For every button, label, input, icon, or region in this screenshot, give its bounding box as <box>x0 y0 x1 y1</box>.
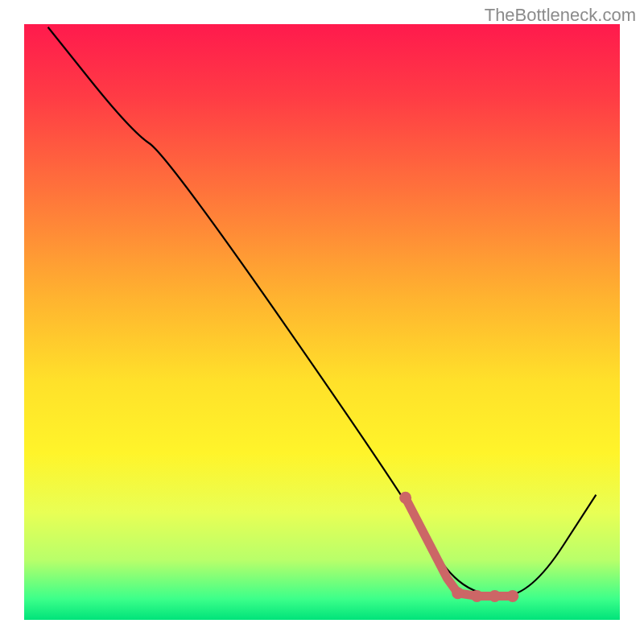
chart-container: TheBottleneck.com <box>0 0 644 644</box>
highlight-dot <box>489 590 501 602</box>
plot-background <box>24 24 620 620</box>
highlight-dot <box>471 590 483 602</box>
bottleneck-chart <box>0 0 644 644</box>
highlight-dot <box>399 492 411 504</box>
highlight-dot <box>452 587 464 599</box>
highlight-dot <box>506 590 518 602</box>
